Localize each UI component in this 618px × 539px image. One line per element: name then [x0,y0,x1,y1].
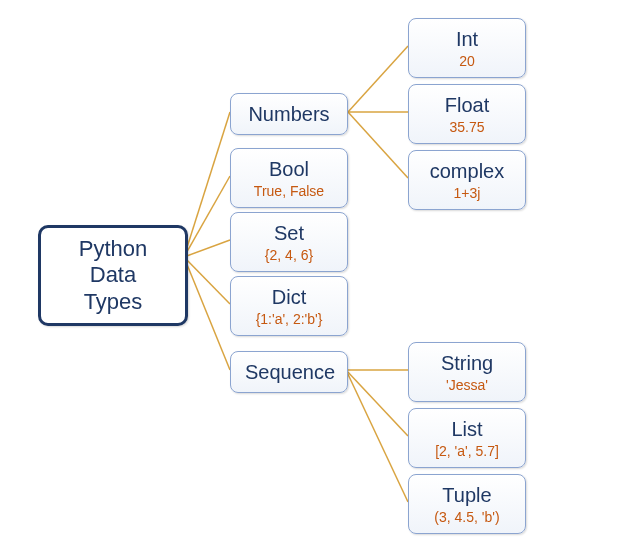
node-complex: complex 1+3j [408,150,526,210]
node-int-title: Int [423,27,511,51]
node-float-title: Float [423,93,511,117]
svg-line-0 [184,112,230,257]
node-set-title: Set [245,221,333,245]
root-label: Python DataTypes [55,236,171,315]
node-int-example: 20 [423,53,511,69]
node-tuple: Tuple (3, 4.5, 'b') [408,474,526,534]
svg-line-4 [184,257,230,370]
node-string: String 'Jessa' [408,342,526,402]
node-bool: Bool True, False [230,148,348,208]
root-node: Python DataTypes [38,225,188,326]
node-numbers: Numbers [230,93,348,135]
node-sequence: Sequence [230,351,348,393]
node-dict-example: {1:'a', 2:'b'} [245,311,333,327]
svg-line-9 [346,370,408,436]
svg-line-7 [348,112,408,178]
svg-line-1 [184,176,230,257]
node-complex-title: complex [423,159,511,183]
node-dict: Dict {1:'a', 2:'b'} [230,276,348,336]
svg-line-3 [184,257,230,304]
node-set: Set {2, 4, 6} [230,212,348,272]
svg-line-10 [346,370,408,502]
node-list-example: [2, 'a', 5.7] [423,443,511,459]
node-bool-example: True, False [245,183,333,199]
node-sequence-title: Sequence [245,360,333,384]
node-bool-title: Bool [245,157,333,181]
node-complex-example: 1+3j [423,185,511,201]
node-tuple-title: Tuple [423,483,511,507]
node-tuple-example: (3, 4.5, 'b') [423,509,511,525]
node-string-title: String [423,351,511,375]
node-float-example: 35.75 [423,119,511,135]
node-int: Int 20 [408,18,526,78]
node-list: List [2, 'a', 5.7] [408,408,526,468]
node-float: Float 35.75 [408,84,526,144]
svg-line-2 [184,240,230,257]
node-list-title: List [423,417,511,441]
node-numbers-title: Numbers [245,102,333,126]
node-string-example: 'Jessa' [423,377,511,393]
svg-line-5 [348,46,408,112]
node-set-example: {2, 4, 6} [245,247,333,263]
node-dict-title: Dict [245,285,333,309]
